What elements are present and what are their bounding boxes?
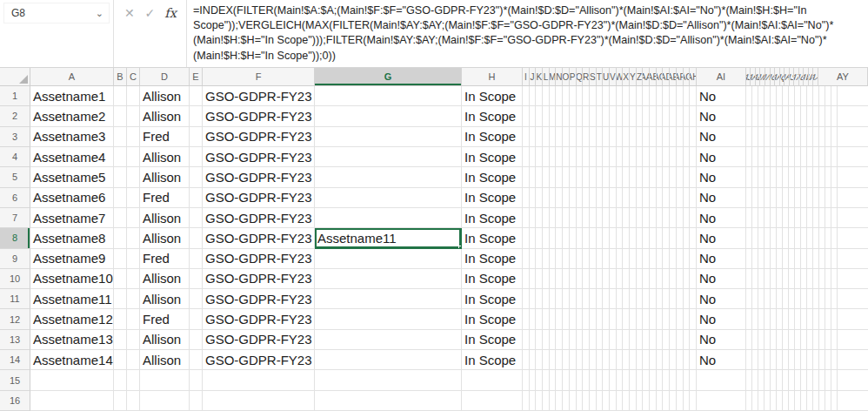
cell-AF8[interactable]: [677, 228, 684, 248]
cell-K14[interactable]: [536, 350, 543, 370]
cell-J2[interactable]: [530, 106, 537, 126]
cell-Y1[interactable]: [630, 86, 637, 106]
cell-E14[interactable]: [190, 350, 203, 370]
cell-X3[interactable]: [623, 127, 630, 147]
column-header-AA[interactable]: AA: [643, 68, 650, 86]
cell-X2[interactable]: [623, 106, 630, 126]
cell-AC11[interactable]: [657, 289, 664, 309]
cell-AH6[interactable]: [690, 188, 697, 208]
cell-E8[interactable]: [190, 228, 203, 248]
cell-D16[interactable]: [140, 391, 190, 411]
cell-AK3[interactable]: [752, 127, 758, 147]
cell-G6[interactable]: [315, 188, 462, 208]
cell-F11[interactable]: GSO-GDPR-FY23: [203, 289, 315, 309]
cell-AK4[interactable]: [752, 147, 758, 167]
cell-N15[interactable]: [556, 370, 563, 390]
cell-W14[interactable]: [617, 350, 624, 370]
cell-M12[interactable]: [550, 309, 557, 329]
cell-D15[interactable]: [140, 370, 190, 390]
cell-Y15[interactable]: [630, 370, 637, 390]
cell-M16[interactable]: [550, 391, 557, 411]
cell-AI10[interactable]: No: [697, 269, 746, 289]
cell-AH2[interactable]: [690, 106, 697, 126]
cell-F4[interactable]: GSO-GDPR-FY23: [203, 147, 315, 167]
cell-F3[interactable]: GSO-GDPR-FY23: [203, 127, 315, 147]
row-header-16[interactable]: 16: [0, 391, 30, 411]
cell-L1[interactable]: [543, 86, 550, 106]
cell-E5[interactable]: [190, 167, 203, 187]
cell-A16[interactable]: [30, 391, 114, 411]
enter-icon[interactable]: ✓: [140, 4, 159, 22]
cell-AR12[interactable]: [795, 309, 801, 329]
cell-AF9[interactable]: [677, 249, 684, 269]
cell-AI13[interactable]: No: [697, 330, 746, 350]
cell-B5[interactable]: [114, 167, 127, 187]
cell-AL16[interactable]: [758, 391, 765, 411]
cell-AW1[interactable]: [825, 86, 831, 106]
column-header-N[interactable]: N: [556, 68, 563, 86]
cell-AE13[interactable]: [670, 330, 677, 350]
cell-D9[interactable]: Fred: [140, 249, 190, 269]
cell-L9[interactable]: [543, 249, 550, 269]
cell-AQ4[interactable]: [789, 147, 795, 167]
cell-H15[interactable]: [462, 370, 523, 390]
cell-J6[interactable]: [530, 188, 537, 208]
cell-I8[interactable]: [523, 228, 530, 248]
cell-AL15[interactable]: [758, 370, 765, 390]
cell-AW14[interactable]: [825, 350, 831, 370]
cell-Z1[interactable]: [637, 86, 644, 106]
cell-AV11[interactable]: [819, 289, 825, 309]
cell-AO6[interactable]: [777, 188, 783, 208]
cell-AS16[interactable]: [801, 391, 807, 411]
cell-AE9[interactable]: [670, 249, 677, 269]
cell-AJ1[interactable]: [746, 86, 752, 106]
cell-Z3[interactable]: [637, 127, 644, 147]
cell-M2[interactable]: [550, 106, 557, 126]
cell-AR15[interactable]: [795, 370, 801, 390]
cell-L8[interactable]: [543, 228, 550, 248]
cell-M11[interactable]: [550, 289, 557, 309]
cell-W16[interactable]: [617, 391, 624, 411]
cell-AO10[interactable]: [777, 269, 783, 289]
cell-P11[interactable]: [570, 289, 577, 309]
cell-X16[interactable]: [623, 391, 630, 411]
cell-C14[interactable]: [127, 350, 140, 370]
cell-Z13[interactable]: [637, 330, 644, 350]
cell-AG3[interactable]: [684, 127, 691, 147]
cell-AT4[interactable]: [807, 147, 813, 167]
cell-AM5[interactable]: [765, 167, 771, 187]
cell-K2[interactable]: [536, 106, 543, 126]
cell-Y12[interactable]: [630, 309, 637, 329]
cell-W13[interactable]: [617, 330, 624, 350]
cell-AV10[interactable]: [819, 269, 825, 289]
cell-L5[interactable]: [543, 167, 550, 187]
cell-AQ7[interactable]: [789, 208, 795, 228]
cell-C8[interactable]: [127, 228, 140, 248]
cell-AA7[interactable]: [643, 208, 650, 228]
row-header-5[interactable]: 5: [0, 167, 30, 187]
cell-AK8[interactable]: [752, 228, 758, 248]
cell-Z5[interactable]: [637, 167, 644, 187]
cell-H12[interactable]: In Scope: [462, 309, 523, 329]
cell-AG7[interactable]: [684, 208, 691, 228]
cell-AB16[interactable]: [650, 391, 657, 411]
cell-AV2[interactable]: [819, 106, 825, 126]
cell-V6[interactable]: [610, 188, 617, 208]
cell-AA9[interactable]: [643, 249, 650, 269]
cell-G4[interactable]: [315, 147, 462, 167]
cell-I16[interactable]: [523, 391, 530, 411]
cell-N5[interactable]: [556, 167, 563, 187]
cell-AX11[interactable]: [831, 289, 838, 309]
cell-D2[interactable]: Allison: [140, 106, 190, 126]
cell-I10[interactable]: [523, 269, 530, 289]
cell-J10[interactable]: [530, 269, 537, 289]
cell-AB11[interactable]: [650, 289, 657, 309]
cell-AN16[interactable]: [771, 391, 777, 411]
cell-R1[interactable]: [583, 86, 590, 106]
cell-R5[interactable]: [583, 167, 590, 187]
cell-O11[interactable]: [563, 289, 570, 309]
cell-U7[interactable]: [603, 208, 610, 228]
cell-W1[interactable]: [617, 86, 624, 106]
cell-AH13[interactable]: [690, 330, 697, 350]
cell-AG13[interactable]: [684, 330, 691, 350]
